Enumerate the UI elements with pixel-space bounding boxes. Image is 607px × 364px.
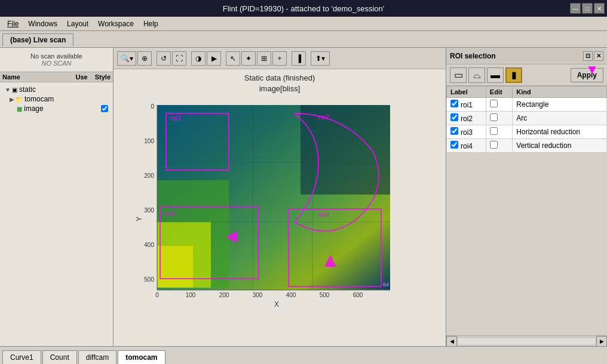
bottom-tab-bar: Curve1 Count diffcam tomocam [0, 346, 607, 364]
roi-visible-checkbox[interactable] [450, 113, 458, 121]
add-button[interactable]: ＋ [272, 51, 287, 66]
tomocam-folder-icon: 📁 [16, 96, 23, 103]
svg-text:100: 100 [144, 138, 154, 144]
plot-area: Static data (finished) image[bliss] Y 0 … [114, 69, 446, 346]
roi-kind-cell: Arc [513, 112, 607, 125]
tree-label-image: image [24, 104, 44, 113]
scroll-track[interactable] [457, 337, 596, 346]
tab-curve1[interactable]: Curve1 [2, 350, 41, 364]
col-edit: Edit [486, 87, 512, 98]
battery-button[interactable]: ▐ [292, 51, 306, 66]
apply-button[interactable]: Apply [571, 68, 603, 82]
roi-edit-checkbox[interactable] [490, 100, 498, 107]
roi-visible-checkbox[interactable] [450, 100, 458, 107]
tree-panel: ▼ ▣ static ▶ 📁 tomocam ▦ image [0, 82, 113, 346]
roi-row-label: roi4 [447, 139, 486, 153]
roi-edit-checkbox[interactable] [490, 127, 498, 135]
roi-edit-checkbox[interactable] [490, 113, 498, 121]
no-scan-value: NO SCAN [5, 60, 108, 67]
svg-text:roi2: roi2 [318, 113, 329, 121]
close-button[interactable]: ✕ [594, 3, 605, 14]
svg-text:64: 64 [383, 282, 389, 288]
menu-layout[interactable]: Layout [62, 18, 93, 29]
no-scan-label: No scan available [5, 53, 108, 60]
tree-col-use: Use [76, 73, 88, 81]
svg-text:0: 0 [151, 103, 154, 110]
title-bar: Flint (PID=19930) - attached to 'demo_se… [0, 0, 607, 17]
pin-button[interactable]: ✦ [241, 51, 256, 66]
roi-toolbar-wrapper: ▼ ▭ ⌓ ▬ ▮ Apply [446, 64, 607, 86]
roi-restore-button[interactable]: ⊡ [583, 51, 593, 61]
svg-text:200: 200 [144, 172, 154, 179]
pan-button[interactable]: ⊕ [137, 51, 152, 66]
image-use-checkbox[interactable] [101, 105, 108, 112]
roi-hrect-button[interactable]: ▬ [487, 67, 504, 83]
image-icon: ▦ [17, 106, 22, 112]
roi-visible-checkbox[interactable] [450, 127, 458, 135]
minimize-button[interactable]: — [570, 3, 581, 14]
cursor-button[interactable]: ↖ [226, 51, 240, 66]
roi-close-button[interactable]: ✕ [594, 51, 603, 61]
roi-row-label: roi2 [447, 112, 486, 125]
roi-rect-button[interactable]: ▭ [450, 67, 467, 83]
tab-tomocam[interactable]: tomocam [118, 350, 165, 364]
crop-button[interactable]: ⛶ [172, 51, 186, 66]
tree-expand-icon: ▼ [5, 87, 11, 93]
menu-windows[interactable]: Windows [23, 18, 62, 29]
export-button[interactable]: ⬆▾ [311, 51, 330, 66]
video-button[interactable]: ▶ [207, 51, 221, 66]
svg-text:400: 400 [286, 292, 296, 298]
tab-live-scan[interactable]: (base) Live scan [2, 33, 73, 46]
tree-label-tomocam: tomocam [24, 95, 54, 103]
menu-workspace[interactable]: Workspace [93, 18, 139, 29]
roi-scrollbar[interactable]: ◀ ▶ [446, 335, 607, 346]
plot-svg-container: Y 0 100 200 300 400 500 [133, 103, 426, 337]
reset-button[interactable]: ↺ [157, 51, 171, 66]
center-panel: 🔍▾ ⊕ ↺ ⛶ ◑ ▶ ↖ ✦ ⊞ ＋ ▐ ⬆▾ Static data (f… [114, 48, 446, 346]
roi-visible-checkbox[interactable] [450, 141, 458, 149]
plot-title: Static data (finished) image[bliss] [244, 73, 315, 94]
roi-arc-button[interactable]: ⌓ [468, 67, 485, 83]
menu-help[interactable]: Help [139, 18, 163, 29]
contrast-button[interactable]: ◑ [191, 51, 206, 66]
roi-toolbar: ▭ ⌓ ▬ ▮ Apply [446, 64, 607, 86]
svg-text:roi3: roi3 [164, 210, 175, 217]
roi-edit-cell [486, 98, 512, 112]
tree-item-image[interactable]: ▦ image [2, 104, 111, 113]
tab-diffcam[interactable]: diffcam [78, 350, 117, 364]
roi-edit-cell [486, 112, 512, 125]
roi-kind-cell: Horizontal reduction [513, 125, 607, 139]
svg-text:200: 200 [219, 292, 229, 298]
window-controls[interactable]: — □ ✕ [570, 3, 605, 14]
split-button[interactable]: ⊞ [257, 51, 271, 66]
window-title: Flint (PID=19930) - attached to 'demo_se… [223, 4, 385, 13]
maximize-button[interactable]: □ [582, 3, 593, 14]
roi-vrect-button[interactable]: ▮ [505, 67, 522, 83]
svg-text:600: 600 [353, 292, 363, 298]
scroll-right-button[interactable]: ▶ [596, 336, 607, 347]
tree-col-style: Style [95, 73, 111, 81]
col-label: Label [447, 87, 486, 98]
scroll-left-button[interactable]: ◀ [446, 336, 457, 347]
tab-count[interactable]: Count [42, 350, 77, 364]
svg-text:300: 300 [144, 207, 154, 214]
scan-status: No scan available NO SCAN [0, 48, 113, 72]
tree-item-tomocam[interactable]: ▶ 📁 tomocam [2, 94, 111, 104]
roi-row-label: roi1 [447, 98, 486, 112]
svg-text:roi1: roi1 [170, 115, 181, 122]
svg-rect-12 [301, 105, 390, 195]
svg-text:X: X [274, 300, 279, 309]
svg-text:roi4: roi4 [318, 211, 329, 218]
table-row: roi3Horizontal reduction [447, 125, 607, 139]
plot-svg[interactable]: Y 0 100 200 300 400 500 [133, 103, 426, 335]
svg-text:100: 100 [186, 292, 196, 298]
zoom-button[interactable]: 🔍▾ [117, 51, 136, 66]
tree-item-static[interactable]: ▼ ▣ static [2, 85, 111, 94]
roi-edit-checkbox[interactable] [490, 141, 498, 149]
svg-text:300: 300 [253, 292, 263, 298]
roi-row-label: roi3 [447, 125, 486, 139]
tree-label-static: static [19, 85, 36, 94]
menu-file[interactable]: File [2, 18, 23, 29]
roi-title: ROI selection [450, 52, 496, 60]
main-container: No scan available NO SCAN Name Use Style… [0, 48, 607, 346]
